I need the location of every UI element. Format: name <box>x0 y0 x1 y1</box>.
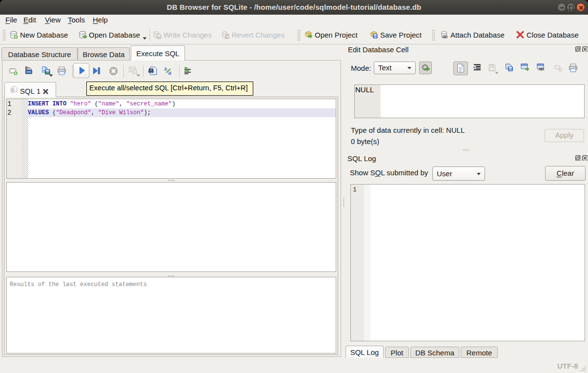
svg-text:b: b <box>164 66 167 72</box>
